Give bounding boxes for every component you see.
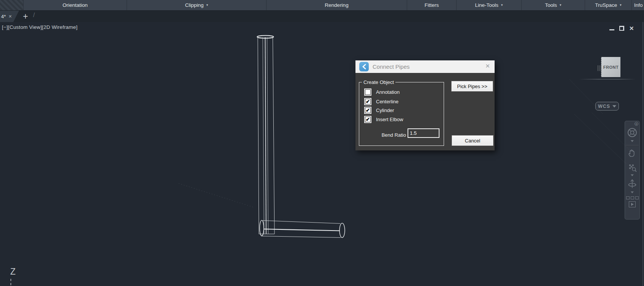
dialog-titlebar[interactable]: Connect Pipes ✕ bbox=[355, 60, 495, 73]
checkbox-row-annotation: Annotation bbox=[365, 88, 400, 95]
checkbox-row-cylinder: ✔ Cylinder bbox=[365, 107, 394, 114]
vertical-pipe bbox=[257, 36, 275, 234]
view-cube-front-face[interactable]: FRONT bbox=[601, 57, 620, 77]
bend-ratio-input[interactable] bbox=[408, 128, 439, 138]
view-cube[interactable]: FRONT bbox=[596, 57, 620, 78]
horizontal-pipe bbox=[260, 220, 345, 238]
checkbox-cylinder[interactable]: ✔ bbox=[365, 107, 371, 113]
menu-item-rendering[interactable]: Rendering bbox=[266, 0, 407, 10]
menu-item-orientation[interactable]: Orientation bbox=[24, 0, 127, 10]
pan-hand-icon[interactable] bbox=[627, 148, 637, 158]
checkbox-row-centerline: ✔ Centerline bbox=[365, 98, 398, 105]
menu-item-tools[interactable]: Tools ▾ bbox=[522, 0, 585, 10]
menu-item-info[interactable]: Info ▾ bbox=[632, 0, 644, 10]
pipe-wireframe-drawing[interactable] bbox=[0, 22, 644, 286]
app-logo-cell bbox=[0, 0, 24, 10]
navbar-wheel-caret[interactable] bbox=[631, 140, 634, 142]
minimize-icon[interactable] bbox=[609, 26, 614, 30]
showmotion-play-icon[interactable] bbox=[629, 201, 636, 207]
wcs-dropdown-button[interactable]: WCS bbox=[595, 102, 619, 111]
pick-pipes-button[interactable]: Pick Pipes >> bbox=[451, 81, 493, 92]
menu-item-truspace[interactable]: TruSpace ▾ bbox=[585, 0, 632, 10]
tab-separator: / bbox=[33, 11, 35, 19]
new-tab-button[interactable]: + bbox=[21, 11, 30, 22]
showmotion-thumbnails-icon[interactable] bbox=[626, 196, 639, 199]
checkbox-row-insert-elbow: ✔ Insert Elbow bbox=[365, 116, 403, 123]
plus-icon: + bbox=[23, 11, 28, 22]
menu-item-fitters[interactable]: Fitters bbox=[407, 0, 457, 10]
chevron-down-icon: ▾ bbox=[620, 3, 622, 7]
dialog-title: Connect Pipes bbox=[373, 63, 410, 70]
file-tab-active[interactable]: 4* ✕ bbox=[0, 11, 19, 22]
application-window: Orientation Clipping ▾ Rendering Fitters… bbox=[0, 0, 644, 286]
navbar-zoom-caret[interactable] bbox=[631, 174, 634, 176]
orbit-icon[interactable] bbox=[627, 178, 638, 190]
menu-item-line-tools[interactable]: Line-Tools ▾ bbox=[457, 0, 522, 10]
navbar-orbit-caret[interactable] bbox=[631, 191, 634, 193]
chevron-down-icon: ▾ bbox=[560, 3, 562, 7]
menu-item-clipping[interactable]: Clipping ▾ bbox=[127, 0, 266, 10]
zoom-extents-icon[interactable] bbox=[627, 163, 637, 172]
connect-pipes-dialog: Connect Pipes ✕ Create Object Annotation… bbox=[355, 60, 495, 150]
chevron-down-icon: ▾ bbox=[501, 3, 503, 7]
close-icon[interactable]: ✕ bbox=[629, 26, 634, 31]
viewport-window-controls: ✕ bbox=[609, 25, 634, 31]
view-cube-ground-line bbox=[579, 79, 636, 79]
file-tab-bar: 4* ✕ + / bbox=[0, 11, 644, 22]
menu-bar: Orientation Clipping ▾ Rendering Fitters… bbox=[0, 0, 644, 11]
checkbox-centerline[interactable]: ✔ bbox=[365, 99, 371, 104]
dialog-close-icon[interactable]: ✕ bbox=[485, 63, 490, 69]
viewport-edge-line bbox=[642, 22, 643, 286]
restore-icon[interactable] bbox=[619, 26, 624, 31]
checkbox-insert-elbow[interactable]: ✔ bbox=[365, 117, 371, 122]
tab-close-icon[interactable]: ✕ bbox=[8, 14, 12, 19]
navigation-wheel-icon[interactable] bbox=[627, 127, 638, 138]
checkbox-annotation[interactable] bbox=[365, 89, 371, 95]
dialog-app-icon bbox=[359, 62, 369, 71]
navbar-close-icon[interactable]: ✕ bbox=[634, 122, 638, 126]
cancel-button[interactable]: Cancel bbox=[452, 135, 493, 146]
groupbox-label: Create Object bbox=[362, 79, 395, 85]
navigation-bar: ✕ bbox=[625, 121, 640, 220]
chevron-down-icon: ▾ bbox=[206, 3, 208, 7]
bend-ratio-label: Bend Ratio bbox=[371, 132, 406, 138]
navbar-divider bbox=[626, 145, 639, 145]
viewport-corner-label[interactable]: [−][Custom View][2D Wireframe] bbox=[2, 24, 78, 30]
view-cube-left-face[interactable] bbox=[596, 58, 601, 77]
ucs-z-label: Z bbox=[10, 267, 16, 277]
file-tab-label: 4* bbox=[1, 14, 6, 19]
chevron-down-icon bbox=[612, 105, 616, 107]
